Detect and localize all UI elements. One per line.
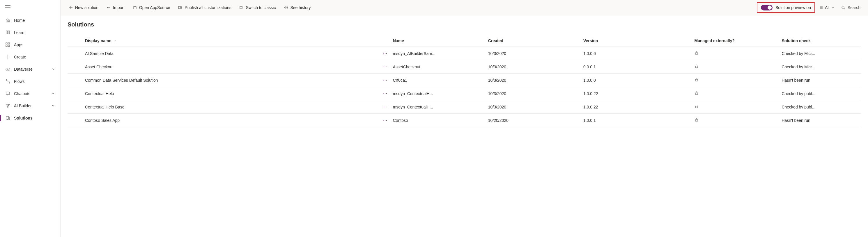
table-row[interactable]: Contoso Sales App⋯Contoso10/20/20201.0.0…	[67, 114, 861, 127]
plus-icon	[5, 55, 10, 60]
column-solution-check[interactable]: Solution check	[781, 35, 861, 47]
svg-rect-21	[695, 79, 698, 81]
hamburger-icon[interactable]	[5, 5, 10, 10]
cell-solution-check: Hasn't been run	[781, 114, 861, 127]
svg-rect-22	[695, 93, 698, 95]
sidebar-item-ai-builder[interactable]: AI Builder	[0, 100, 60, 112]
cell-created: 10/3/2020	[488, 47, 583, 60]
svg-rect-14	[179, 6, 181, 9]
open-appsource-button[interactable]: Open AppSource	[129, 3, 174, 12]
button-label: Publish all customizations	[185, 5, 231, 10]
svg-rect-16	[240, 6, 242, 9]
row-more-menu[interactable]: ⋯	[290, 60, 393, 74]
cell-display-name: Contextual Help	[67, 87, 290, 100]
cell-solution-check: Hasn't been run	[781, 74, 861, 87]
sidebar-item-learn[interactable]: Learn	[0, 27, 60, 39]
table-row[interactable]: Asset Checkout⋯AssetCheckout10/3/20200.0…	[67, 60, 861, 74]
cell-created: 10/3/2020	[488, 87, 583, 100]
import-icon	[106, 5, 111, 10]
cell-managed	[694, 100, 782, 114]
table-row[interactable]: Common Data Services Default Solution⋯Cr…	[67, 74, 861, 87]
cell-name: msdyn_AIBuilderSam...	[393, 47, 488, 60]
column-managed[interactable]: Managed externally?	[694, 35, 782, 47]
sidebar-item-home[interactable]: Home	[0, 14, 60, 27]
sort-ascending-icon: ↑	[114, 38, 116, 43]
table-row[interactable]: AI Sample Data⋯msdyn_AIBuilderSam...10/3…	[67, 47, 861, 60]
lock-icon	[694, 65, 699, 69]
preview-label: Solution preview on	[775, 5, 811, 10]
cell-display-name: AI Sample Data	[67, 47, 290, 60]
row-more-menu[interactable]: ⋯	[290, 87, 393, 100]
svg-rect-0	[6, 43, 7, 44]
cell-name: Crf0ca1	[393, 74, 488, 87]
new-solution-button[interactable]: New solution	[65, 3, 102, 12]
filter-label: All	[825, 5, 830, 10]
dataverse-icon	[5, 67, 10, 72]
button-label: Open AppSource	[139, 5, 170, 10]
table-row[interactable]: Contextual Help⋯msdyn_ContextualH...10/3…	[67, 87, 861, 100]
cell-version: 1.0.0.22	[583, 87, 694, 100]
cell-name: AssetCheckout	[393, 60, 488, 74]
column-name[interactable]: Name	[393, 35, 488, 47]
svg-point-7	[9, 82, 10, 83]
sidebar-item-chatbots[interactable]: Chatbots	[0, 88, 60, 100]
column-display-name[interactable]: Display name ↑	[67, 35, 290, 47]
svg-rect-23	[695, 106, 698, 108]
solutions-table: Display name ↑ Name Created Version Mana…	[67, 35, 861, 127]
book-icon	[5, 30, 10, 35]
cell-display-name: Asset Checkout	[67, 60, 290, 74]
import-button[interactable]: Import	[103, 3, 128, 12]
lock-icon	[694, 105, 699, 109]
cell-name: Contoso	[393, 114, 488, 127]
cell-version: 1.0.0.0	[583, 74, 694, 87]
svg-rect-24	[695, 120, 698, 121]
preview-toggle[interactable]	[761, 5, 773, 10]
sidebar-item-flows[interactable]: Flows	[0, 75, 60, 88]
sidebar-item-create[interactable]: Create	[0, 51, 60, 63]
chevron-down-icon	[52, 104, 55, 108]
cell-managed	[694, 60, 782, 74]
row-more-menu[interactable]: ⋯	[290, 114, 393, 127]
svg-rect-12	[6, 116, 8, 119]
column-version[interactable]: Version	[583, 35, 694, 47]
publish-icon	[178, 5, 182, 10]
svg-point-18	[842, 6, 844, 8]
column-created[interactable]: Created	[488, 35, 583, 47]
switch-classic-button[interactable]: Switch to classic	[236, 3, 279, 12]
publish-button[interactable]: Publish all customizations	[175, 3, 235, 12]
svg-rect-2	[6, 45, 7, 46]
row-more-menu[interactable]: ⋯	[290, 74, 393, 87]
lock-icon	[694, 118, 699, 123]
sidebar-item-label: Dataverse	[14, 67, 52, 71]
flow-icon	[5, 79, 10, 84]
sidebar-item-label: Home	[14, 18, 55, 23]
sidebar-item-label: Learn	[14, 30, 55, 35]
cell-display-name: Contoso Sales App	[67, 114, 290, 127]
row-more-menu[interactable]: ⋯	[290, 100, 393, 114]
search-icon	[841, 5, 845, 10]
sidebar-item-apps[interactable]: Apps	[0, 39, 60, 51]
see-history-button[interactable]: See history	[280, 3, 314, 12]
sidebar-item-label: Create	[14, 55, 55, 59]
table-row[interactable]: Contextual Help Base⋯msdyn_ContextualH..…	[67, 100, 861, 114]
cell-name: msdyn_ContextualH...	[393, 87, 488, 100]
cell-name: msdyn_ContextualH...	[393, 100, 488, 114]
search-input[interactable]: Search	[838, 3, 863, 12]
cell-solution-check: Checked by Micr...	[781, 47, 861, 60]
cell-created: 10/3/2020	[488, 74, 583, 87]
chevron-down-icon	[52, 67, 55, 71]
filter-all-button[interactable]: All	[816, 3, 837, 12]
cell-managed	[694, 47, 782, 60]
cell-solution-check: Checked by Micr...	[781, 60, 861, 74]
cell-managed	[694, 114, 782, 127]
grid-icon	[5, 42, 10, 47]
search-placeholder: Search	[848, 5, 861, 10]
appsource-icon	[133, 5, 137, 10]
chevron-down-icon	[52, 91, 55, 96]
svg-rect-13	[133, 7, 136, 9]
sidebar-item-solutions[interactable]: Solutions	[0, 112, 60, 124]
switch-icon	[240, 5, 244, 10]
lock-icon	[694, 91, 699, 96]
row-more-menu[interactable]: ⋯	[290, 47, 393, 60]
sidebar-item-dataverse[interactable]: Dataverse	[0, 63, 60, 75]
